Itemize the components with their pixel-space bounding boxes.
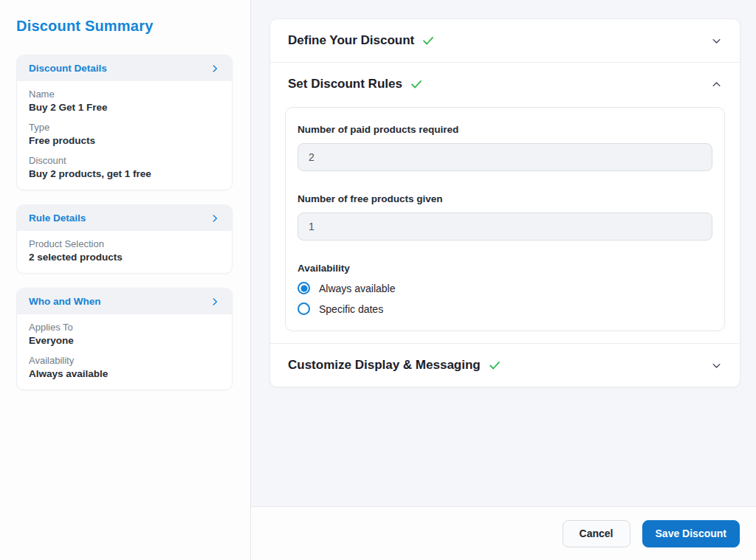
radio-option-label: Always available (319, 283, 396, 294)
radio-option-label: Specific dates (319, 303, 383, 315)
paid-products-input[interactable] (298, 143, 712, 171)
radio-unselected-icon[interactable] (298, 303, 310, 315)
summary-card-rule-details: Rule Details Product Selection 2 selecte… (16, 204, 233, 274)
summary-item-value: Always available (29, 368, 220, 379)
summary-item-value: Free products (29, 135, 220, 146)
sidebar-title: Discount Summary (16, 18, 233, 35)
discount-editor-app: Discount Summary Discount Details Name B… (0, 0, 756, 560)
summary-item-value: Buy 2 Get 1 Free (29, 102, 220, 113)
discount-rules-panel: Number of paid products required Number … (285, 107, 725, 331)
accordion-section-define-your-discount: Define Your Discount (270, 19, 740, 62)
check-icon (410, 77, 423, 91)
accordion-section-customize-display: Customize Display & Messaging (270, 343, 740, 387)
field-free-products: Number of free products given (298, 193, 712, 241)
accordion-title: Set Discount Rules (288, 77, 402, 91)
summary-item-label: Availability (29, 355, 220, 366)
summary-card-header-label: Rule Details (29, 212, 86, 224)
chevron-up-icon (711, 79, 722, 90)
accordion-header-define-your-discount[interactable]: Define Your Discount (270, 19, 740, 62)
field-paid-products: Number of paid products required (298, 124, 712, 171)
accordion-header-customize-display[interactable]: Customize Display & Messaging (270, 344, 740, 387)
cancel-button[interactable]: Cancel (563, 520, 630, 547)
accordion-header-set-discount-rules[interactable]: Set Discount Rules (270, 63, 740, 106)
summary-item-value: Everyone (29, 335, 220, 346)
accordion-title: Define Your Discount (288, 33, 414, 48)
summary-card-header-discount-details[interactable]: Discount Details (17, 55, 232, 81)
summary-item-availability: Availability Always available (29, 355, 220, 379)
summary-item-label: Type (29, 122, 220, 133)
discount-summary-sidebar: Discount Summary Discount Details Name B… (0, 0, 251, 560)
chevron-down-icon (711, 35, 722, 46)
free-products-input[interactable] (298, 212, 712, 241)
field-label-paid-products: Number of paid products required (298, 124, 712, 135)
action-footer: Cancel Save Discount (251, 506, 756, 560)
main-content: Define Your Discount S (251, 0, 756, 506)
chevron-right-icon (210, 213, 220, 224)
summary-card-body: Product Selection 2 selected products (17, 231, 232, 273)
main-panel: Define Your Discount S (251, 0, 756, 560)
summary-item-label: Applies To (29, 322, 220, 333)
summary-item-type: Type Free products (29, 122, 220, 146)
radio-option-specific-dates[interactable]: Specific dates (298, 303, 712, 315)
field-label-free-products: Number of free products given (298, 193, 712, 204)
summary-card-body: Applies To Everyone Availability Always … (17, 314, 232, 390)
summary-card-body: Name Buy 2 Get 1 Free Type Free products… (17, 81, 232, 190)
summary-item-discount: Discount Buy 2 products, get 1 free (29, 155, 220, 179)
summary-item-label: Name (29, 89, 220, 100)
summary-card-discount-details: Discount Details Name Buy 2 Get 1 Free T… (16, 55, 233, 190)
summary-item-value: 2 selected products (29, 252, 220, 263)
summary-card-header-who-and-when[interactable]: Who and When (17, 288, 232, 314)
availability-group: Availability Always available Specific d… (298, 263, 712, 315)
summary-card-header-label: Discount Details (29, 63, 107, 74)
summary-item-label: Product Selection (29, 238, 220, 249)
radio-option-always-available[interactable]: Always available (298, 282, 712, 294)
summary-item-applies-to: Applies To Everyone (29, 322, 220, 346)
radio-selected-icon[interactable] (298, 282, 310, 294)
summary-item-value: Buy 2 products, get 1 free (29, 168, 220, 179)
accordion-section-set-discount-rules: Set Discount Rules Number of pai (270, 62, 740, 343)
save-discount-button[interactable]: Save Discount (642, 520, 740, 547)
accordion-body-set-discount-rules: Number of paid products required Number … (270, 106, 740, 343)
summary-card-header-rule-details[interactable]: Rule Details (17, 205, 232, 231)
check-icon (422, 34, 435, 47)
chevron-right-icon (210, 63, 220, 74)
summary-item-name: Name Buy 2 Get 1 Free (29, 89, 220, 113)
summary-item-product-selection: Product Selection 2 selected products (29, 238, 220, 263)
summary-item-label: Discount (29, 155, 220, 166)
check-icon (488, 359, 501, 372)
summary-card-who-and-when: Who and When Applies To Everyone Availab… (16, 288, 233, 390)
chevron-right-icon (210, 297, 220, 307)
discount-accordion: Define Your Discount S (269, 18, 740, 387)
summary-card-header-label: Who and When (29, 296, 100, 307)
accordion-title: Customize Display & Messaging (288, 358, 481, 373)
availability-label: Availability (298, 263, 712, 274)
chevron-down-icon (711, 360, 722, 371)
